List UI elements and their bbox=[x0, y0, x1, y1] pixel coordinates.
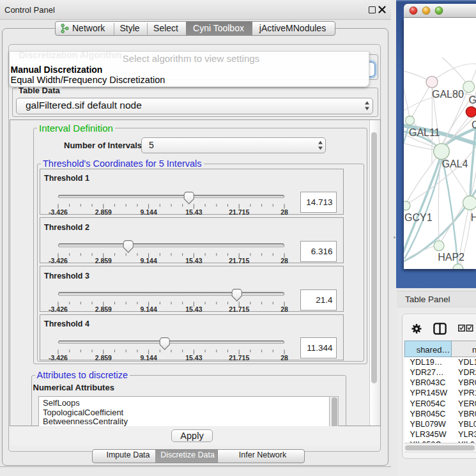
svg-text:CDC3: CDC3 bbox=[472, 119, 476, 130]
svg-text:GAL11: GAL11 bbox=[409, 127, 440, 138]
svg-text:GAL4: GAL4 bbox=[442, 158, 468, 169]
svg-text:HIS4: HIS4 bbox=[471, 212, 476, 223]
svg-text:GCY1: GCY1 bbox=[404, 212, 433, 223]
svg-text:GAL7: GAL7 bbox=[469, 95, 476, 105]
svg-text:GAL80: GAL80 bbox=[432, 89, 464, 100]
svg-text:HAP2: HAP2 bbox=[438, 252, 464, 263]
